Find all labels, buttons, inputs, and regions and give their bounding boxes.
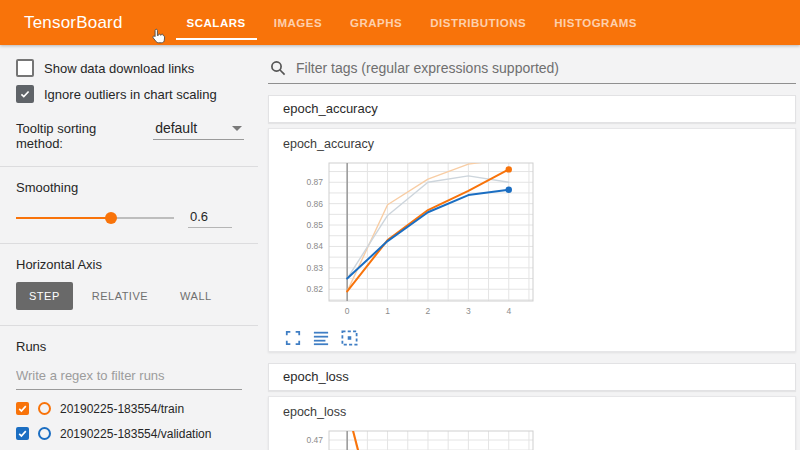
- svg-text:0.47: 0.47: [306, 435, 323, 445]
- tab-scalars[interactable]: SCALARS: [173, 0, 260, 45]
- runs-section: Runs 20190225-183554/train20190225-18355…: [16, 339, 244, 450]
- epoch-loss-chart: 0.470.450.4301234: [283, 423, 551, 450]
- svg-text:0.83: 0.83: [306, 263, 323, 273]
- run-row[interactable]: 20190225-183554/validation: [16, 421, 244, 446]
- axis-button-wall[interactable]: WALL: [167, 282, 225, 310]
- tensorboard-app: TensorBoard SCALARSIMAGESGRAPHSDISTRIBUT…: [0, 0, 800, 450]
- run-checkbox-icon[interactable]: [16, 402, 29, 415]
- checkbox-icon[interactable]: [16, 59, 34, 77]
- divider: [0, 243, 258, 244]
- slider-fill: [16, 217, 111, 219]
- run-list: 20190225-183554/train20190225-183554/val…: [16, 396, 244, 450]
- section-header-epoch-accuracy[interactable]: epoch_accuracy: [268, 95, 796, 123]
- sidebar: Show data download links Ignore outliers…: [0, 45, 258, 450]
- app-body: Show data download links Ignore outliers…: [0, 45, 800, 450]
- epoch-accuracy-chart: 0.820.830.840.850.860.8701234: [283, 155, 551, 323]
- run-label: 20190225-183554/validation: [60, 427, 211, 441]
- horizontal-axis-buttons: STEPRELATIVEWALL: [16, 282, 244, 310]
- tab-bar: SCALARSIMAGESGRAPHSDISTRIBUTIONSHISTOGRA…: [173, 0, 651, 45]
- chart-title: epoch_accuracy: [283, 137, 781, 153]
- checkbox-label: Ignore outliers in chart scaling: [44, 87, 217, 102]
- horizontal-axis-section: Horizontal Axis STEPRELATIVEWALL: [16, 257, 244, 310]
- main-panel: epoch_accuracy epoch_accuracy 0.820.830.…: [258, 45, 800, 450]
- tooltip-sorting-value: default: [155, 120, 197, 136]
- smoothing-value-input[interactable]: [188, 207, 232, 228]
- tooltip-sorting-select[interactable]: default: [153, 119, 244, 140]
- run-label: 20190225-183554/train: [60, 402, 184, 416]
- horizontal-axis-label: Horizontal Axis: [16, 257, 244, 272]
- tooltip-sorting-row: Tooltip sorting method: default: [16, 119, 244, 151]
- axis-button-step[interactable]: STEP: [16, 282, 73, 310]
- chart-toolbar: [285, 329, 781, 347]
- svg-text:1: 1: [385, 306, 390, 316]
- section-header-epoch-loss[interactable]: epoch_loss: [268, 363, 796, 391]
- hand-cursor-icon: [151, 28, 166, 45]
- tab-graphs[interactable]: GRAPHS: [336, 0, 416, 45]
- svg-text:0.85: 0.85: [306, 220, 323, 230]
- run-color-ring-icon: [38, 427, 51, 440]
- app-header: TensorBoard SCALARSIMAGESGRAPHSDISTRIBUT…: [0, 0, 800, 45]
- tag-filter-bar: [268, 59, 796, 84]
- tag-filter-input[interactable]: [294, 59, 794, 77]
- smoothing-section: Smoothing: [16, 180, 244, 228]
- svg-text:0: 0: [345, 306, 350, 316]
- checkbox-label: Show data download links: [44, 61, 194, 76]
- tooltip-sorting-label: Tooltip sorting method:: [16, 121, 145, 151]
- tab-histograms[interactable]: HISTOGRAMS: [540, 0, 651, 45]
- chart-title: epoch_loss: [283, 405, 781, 421]
- runs-label: Runs: [16, 339, 244, 354]
- chevron-down-icon: [232, 126, 242, 131]
- slider-thumb[interactable]: [105, 212, 117, 224]
- epoch-loss-card: epoch_loss 0.470.450.4301234: [268, 396, 796, 450]
- fit-domain-icon[interactable]: [341, 330, 358, 346]
- expand-chart-icon[interactable]: [285, 330, 301, 346]
- run-color-ring-icon: [38, 402, 51, 415]
- app-title: TensorBoard: [24, 13, 123, 33]
- search-icon: [270, 60, 286, 76]
- svg-text:4: 4: [506, 306, 511, 316]
- epoch-accuracy-card: epoch_accuracy 0.820.830.840.850.860.870…: [268, 128, 796, 352]
- smoothing-label: Smoothing: [16, 180, 244, 195]
- show-data-download-links-checkbox[interactable]: Show data download links: [16, 59, 244, 77]
- smoothing-slider[interactable]: [16, 211, 174, 225]
- svg-text:3: 3: [466, 306, 471, 316]
- smoothing-slider-row: [16, 207, 244, 228]
- svg-text:0.84: 0.84: [306, 241, 323, 251]
- tab-distributions[interactable]: DISTRIBUTIONS: [416, 0, 540, 45]
- run-filter-input[interactable]: [16, 364, 242, 390]
- tab-images[interactable]: IMAGES: [260, 0, 336, 45]
- svg-text:0.82: 0.82: [306, 284, 323, 294]
- svg-text:0.86: 0.86: [306, 199, 323, 209]
- run-row[interactable]: 20190225-183652/data: [16, 446, 244, 450]
- svg-text:2: 2: [426, 306, 431, 316]
- divider: [0, 325, 258, 326]
- axis-button-relative[interactable]: RELATIVE: [79, 282, 161, 310]
- svg-text:0.87: 0.87: [306, 177, 323, 187]
- run-row[interactable]: 20190225-183554/train: [16, 396, 244, 421]
- toggle-y-axis-icon[interactable]: [313, 330, 329, 346]
- divider: [0, 166, 258, 167]
- run-checkbox-icon[interactable]: [16, 427, 29, 440]
- ignore-outliers-checkbox[interactable]: Ignore outliers in chart scaling: [16, 85, 244, 103]
- checkbox-icon[interactable]: [16, 85, 34, 103]
